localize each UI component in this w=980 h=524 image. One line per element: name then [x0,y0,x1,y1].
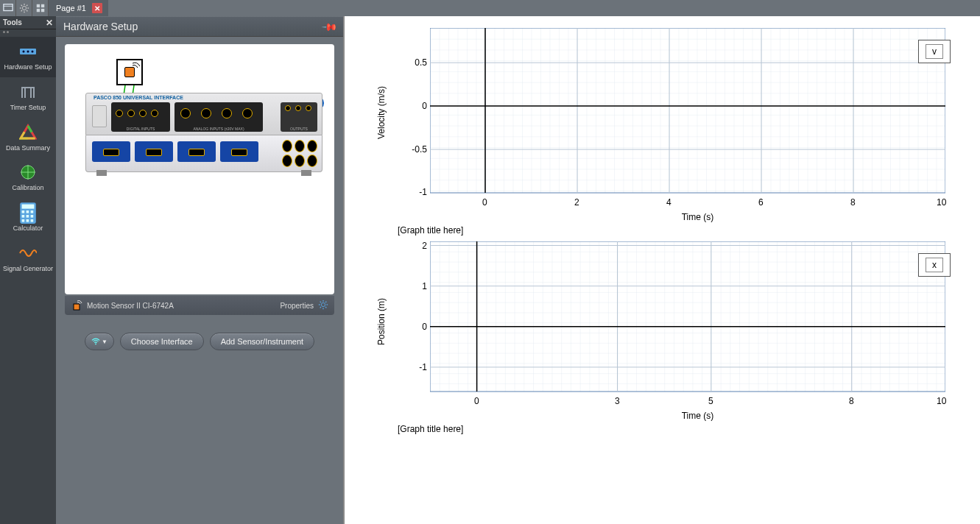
svg-point-16 [23,51,25,53]
tool-data-summary[interactable]: Data Summary [0,118,56,158]
svg-rect-60 [430,241,945,392]
svg-rect-12 [40,4,43,7]
tool-calculator[interactable]: Calculator [0,198,56,238]
svg-rect-36 [31,219,34,222]
chart-position-plot[interactable] [430,241,945,396]
svg-line-7 [21,5,21,6]
properties-gear-icon[interactable] [318,300,328,311]
svg-rect-34 [22,219,25,222]
tool-calibration[interactable]: Calibration [0,157,56,198]
xaxis-label: Time (s) [430,411,965,421]
svg-rect-29 [27,210,29,213]
yaxis-label: Velocity (m/s) [376,124,387,139]
graph-area: Velocity (m/s) [343,16,980,524]
page-tab-label: Page #1 [56,4,86,13]
svg-rect-39 [74,304,80,310]
close-tab-icon[interactable]: ✕ [92,3,102,13]
analog-label: ANALOG INPUTS (±20V MAX) [175,127,263,131]
svg-line-47 [320,307,321,308]
signal-generator-icon [19,244,37,262]
chart-velocity[interactable]: Velocity (m/s) [389,28,965,236]
output-label: OUTPUTS [281,127,317,131]
svg-point-2 [22,6,26,10]
tool-label: Timer Setup [10,104,46,112]
svg-line-10 [27,5,27,6]
svg-rect-0 [3,4,12,11]
tool-hardware-setup[interactable]: Hardware Setup [0,37,56,77]
svg-rect-27 [22,204,35,208]
digital-label: DIGITAL INPUTS [111,127,170,131]
svg-rect-33 [31,215,34,218]
calibration-icon [19,163,37,181]
tool-label: Calibration [12,184,43,192]
hardware-setup-icon [19,43,37,60]
sensor-name: Motion Sensor II CI-6742A [87,302,174,310]
tool-label: Hardware Setup [4,63,52,71]
chart-title-placeholder[interactable]: [Graph title here] [398,225,965,236]
motion-sensor-icon[interactable] [116,59,143,85]
xaxis-label: Time (s) [430,212,965,222]
device-logo: PASCO 850 UNIVERSAL INTERFACE [94,95,183,100]
choose-interface-button[interactable]: Choose Interface [120,333,204,350]
svg-rect-11 [36,4,39,7]
tools-close-icon[interactable]: ✕ [46,18,53,27]
svg-rect-35 [27,219,29,222]
tool-label: Signal Generator [3,265,53,273]
svg-line-45 [320,302,321,302]
chart-position[interactable]: Position (m) [389,241,965,434]
svg-point-18 [32,51,34,53]
y-axis-ticks: 2 1 0 -1 [405,241,427,392]
pin-icon[interactable]: 📌 [321,18,338,35]
tool-label: Data Summary [6,144,50,152]
gear-icon[interactable] [16,0,32,16]
hardware-setup-panel: Hardware Setup 📌 PASCO 850 UNIVERSA [56,16,343,524]
y-axis-ticks: 0.5 0 -0.5 -1 [398,28,427,193]
x-axis-ticks: 0 3 5 8 10 [430,396,965,409]
tools-sidebar: Tools ✕ Hardware Setup Timer Setup Data … [0,16,56,524]
top-tab-bar: Page #1 ✕ [0,0,980,16]
svg-line-9 [21,10,21,11]
x-axis-ticks: 0 2 4 6 8 10 [430,197,965,210]
panel-header: Hardware Setup 📌 [56,16,343,37]
chart-title-placeholder[interactable]: [Graph title here] [398,424,965,434]
data-summary-icon [19,124,37,141]
svg-point-17 [27,51,29,53]
panel-title: Hardware Setup [63,21,138,32]
app-icon[interactable] [0,0,16,16]
sensor-status-row: Motion Sensor II CI-6742A Properties [65,296,334,315]
svg-line-48 [325,302,326,302]
svg-line-8 [27,10,27,11]
chart-legend[interactable]: v [918,40,951,63]
wireless-button[interactable]: ▼ [85,333,114,350]
chart-legend[interactable]: x [918,253,951,277]
tools-header: Tools ✕ [0,16,56,29]
svg-point-40 [321,302,325,306]
device-canvas[interactable]: PASCO 850 UNIVERSAL INTERFACE DIGITAL IN… [65,44,334,294]
svg-rect-30 [31,210,34,213]
timer-setup-icon [19,83,37,101]
add-sensor-button[interactable]: Add Sensor/Instrument [210,333,315,350]
tools-header-label: Tools [3,18,22,26]
svg-rect-31 [22,215,25,218]
motion-sensor-mini-icon [71,300,82,311]
svg-rect-13 [36,9,39,12]
tool-label: Calculator [13,224,43,233]
interface-device[interactable]: PASCO 850 UNIVERSAL INTERFACE DIGITAL IN… [85,93,322,181]
svg-line-46 [325,307,326,308]
grid-icon[interactable] [32,0,49,16]
tool-timer-setup[interactable]: Timer Setup [0,77,56,118]
svg-point-49 [95,344,96,345]
page-tab[interactable]: Page #1 ✕ [49,0,108,16]
svg-rect-32 [27,215,29,218]
yaxis-label: Position (m) [376,330,387,345]
svg-rect-14 [40,9,43,12]
calculator-icon [19,204,37,222]
chart-velocity-plot[interactable] [430,28,945,197]
svg-rect-50 [430,28,945,193]
properties-link[interactable]: Properties [280,302,314,310]
tool-signal-generator[interactable]: Signal Generator [0,238,56,279]
svg-rect-28 [22,210,25,213]
